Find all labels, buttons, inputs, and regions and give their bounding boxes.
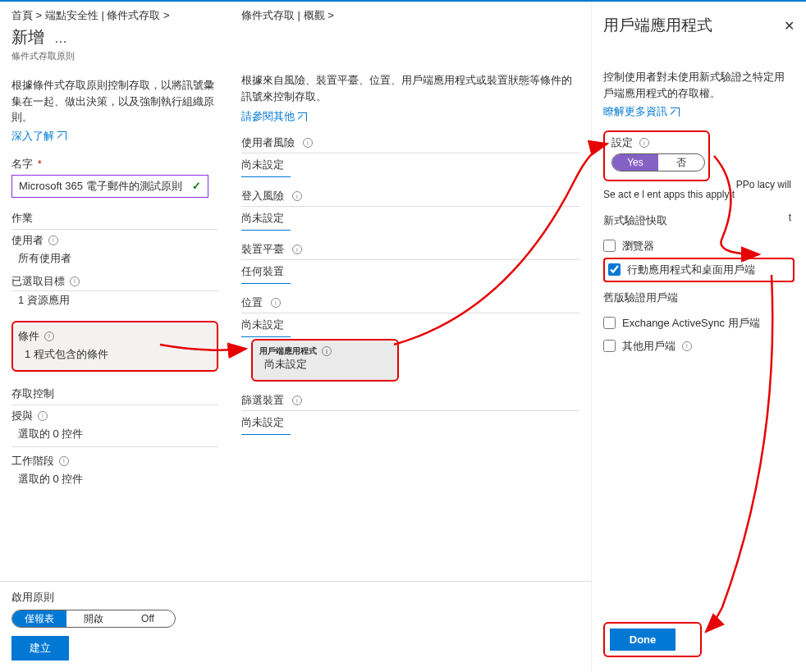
enable-policy-toggle[interactable]: 僅報表 開啟 Off xyxy=(11,610,176,628)
platform-head[interactable]: 裝置平臺i xyxy=(241,242,579,260)
signin-risk-head[interactable]: 登入風險i xyxy=(241,189,579,207)
close-icon[interactable]: ✕ xyxy=(784,18,795,34)
grant-value[interactable]: 選取的 0 控件 xyxy=(11,425,218,446)
users-value[interactable]: 所有使用者 xyxy=(11,249,218,271)
targets-item[interactable]: 已選取目標i xyxy=(11,271,218,291)
checkbox-other[interactable]: 其他用戶端 i xyxy=(603,335,795,358)
info-icon[interactable]: i xyxy=(292,245,302,254)
done-button[interactable]: Done xyxy=(610,629,675,651)
info-icon[interactable]: i xyxy=(271,298,281,308)
toggle-report-only[interactable]: 僅報表 xyxy=(12,610,66,627)
configure-toggle[interactable]: Yes 否 xyxy=(611,153,705,171)
conditions-value[interactable]: 1 程式包含的條件 xyxy=(18,345,212,367)
session-item[interactable]: 工作階段i xyxy=(11,446,218,470)
mid-panel: 條件式存取 | 概觀 > 根據來自風險、裝置平臺、位置、用戶端應用程式或裝置狀態… xyxy=(230,2,591,672)
location-value[interactable]: 尚未設定 xyxy=(241,313,291,337)
toggle-on[interactable]: 開啟 xyxy=(66,610,121,627)
checkbox-mobile-highlight: 行動應用程式和桌面用戶端 xyxy=(603,258,795,282)
configure-highlight: 設定i Yes 否 xyxy=(603,130,710,181)
info-icon[interactable]: i xyxy=(59,456,69,466)
check-icon: ✓ xyxy=(192,180,201,192)
left-panel: 首頁 > 端點安全性 | 條件式存取 > 新增 … 條件式存取原則 根據條件式存… xyxy=(0,2,230,672)
checkbox-mobile[interactable]: 行動應用程式和桌面用戶端 xyxy=(608,261,790,279)
learn-more-link-mid[interactable]: 請參閱其他 xyxy=(241,109,307,124)
client-app-value[interactable]: 尚未設定 xyxy=(259,358,307,370)
info-icon[interactable]: i xyxy=(292,191,302,201)
location-head[interactable]: 位置i xyxy=(241,295,579,313)
page-subtitle: 條件式存取原則 xyxy=(11,50,218,62)
enable-policy-label: 啟用原則 xyxy=(11,590,579,605)
breadcrumb-mid[interactable]: 條件式存取 | 概觀 > xyxy=(241,8,579,23)
right-panel-title: 用戶端應用程式 xyxy=(603,15,712,36)
policy-name-value: Microsoft 365 電子郵件的測試原則 xyxy=(19,179,182,194)
modern-auth-header: 新式驗證快取 t xyxy=(603,213,795,228)
done-highlight: Done xyxy=(603,622,702,657)
checkbox-mobile-input[interactable] xyxy=(608,263,621,276)
policy-note: Se act e l ent apps this apply t PPo lac… xyxy=(603,188,795,202)
info-icon[interactable]: i xyxy=(48,235,58,245)
conditions-item[interactable]: 條件i xyxy=(18,326,212,345)
breadcrumb-left[interactable]: 首頁 > 端點安全性 | 條件式存取 > xyxy=(11,8,218,23)
signin-risk-value[interactable]: 尚未設定 xyxy=(241,207,291,231)
toggle-yes[interactable]: Yes xyxy=(612,154,658,171)
learn-more-link-right[interactable]: 瞭解更多資訊 xyxy=(603,104,680,119)
client-app-head[interactable]: 用戶端應用程式i xyxy=(259,345,391,357)
work-header: 作業 xyxy=(11,211,218,230)
grant-item[interactable]: 授與i xyxy=(11,405,218,425)
name-label: 名字* xyxy=(11,157,218,171)
toggle-off[interactable]: Off xyxy=(121,610,175,627)
info-icon[interactable]: i xyxy=(303,138,313,148)
targets-value[interactable]: 1 資源應用 xyxy=(11,291,218,313)
legacy-auth-header: 舊版驗證用戶端 xyxy=(603,290,795,305)
client-app-highlight: 用戶端應用程式i 尚未設定 xyxy=(251,339,399,382)
info-icon[interactable]: i xyxy=(322,346,332,356)
info-icon[interactable]: i xyxy=(292,395,302,405)
checkbox-eas-input[interactable] xyxy=(603,317,616,329)
filter-device-value[interactable]: 尚未設定 xyxy=(241,411,291,435)
info-icon[interactable]: i xyxy=(639,138,649,148)
configure-label: 設定i xyxy=(611,135,702,150)
right-description: 控制使用者對未使用新式驗證之特定用戶端應用程式的存取權。 xyxy=(603,69,795,101)
info-icon[interactable]: i xyxy=(44,331,54,341)
more-actions-icon[interactable]: … xyxy=(54,31,67,46)
left-description: 根據條件式存取原則控制存取，以將訊號彙集在一起、做出決策，以及強制執行組織原則。 xyxy=(11,77,218,126)
checkbox-browser[interactable]: 瀏覽器 xyxy=(603,235,795,258)
info-icon[interactable]: i xyxy=(70,277,80,286)
external-link-icon xyxy=(57,131,66,140)
users-item[interactable]: 使用者i xyxy=(11,230,218,249)
external-link-icon xyxy=(671,107,680,117)
conditions-highlight: 條件i 1 程式包含的條件 xyxy=(11,321,218,372)
toggle-no[interactable]: 否 xyxy=(658,154,704,171)
create-button[interactable]: 建立 xyxy=(11,636,69,661)
info-icon[interactable]: i xyxy=(38,411,48,421)
access-control-header: 存取控制 xyxy=(11,386,218,405)
session-value[interactable]: 選取的 0 控件 xyxy=(11,470,218,491)
learn-more-link[interactable]: 深入了解 xyxy=(11,129,66,144)
platform-value[interactable]: 任何裝置 xyxy=(241,260,291,284)
mid-description: 根據來自風險、裝置平臺、位置、用戶端應用程式或裝置狀態等條件的訊號來控制存取。 xyxy=(241,72,579,104)
external-link-icon xyxy=(298,112,307,121)
info-icon[interactable]: i xyxy=(682,341,692,351)
checkbox-browser-input[interactable] xyxy=(603,240,616,252)
footer: 啟用原則 僅報表 開啟 Off 建立 xyxy=(0,581,591,672)
right-panel: 用戶端應用程式 ✕ 控制使用者對未使用新式驗證之特定用戶端應用程式的存取權。 瞭… xyxy=(591,2,806,672)
page-title: 新增 xyxy=(11,26,44,48)
checkbox-eas[interactable]: Exchange ActiveSync 用戶端 xyxy=(603,312,795,335)
user-risk-head[interactable]: 使用者風險i xyxy=(241,135,579,153)
checkbox-other-input[interactable] xyxy=(603,340,616,352)
user-risk-value[interactable]: 尚未設定 xyxy=(241,153,291,177)
filter-device-head[interactable]: 篩選裝置i xyxy=(241,393,579,411)
policy-name-input[interactable]: Microsoft 365 電子郵件的測試原則 ✓ xyxy=(11,175,208,198)
